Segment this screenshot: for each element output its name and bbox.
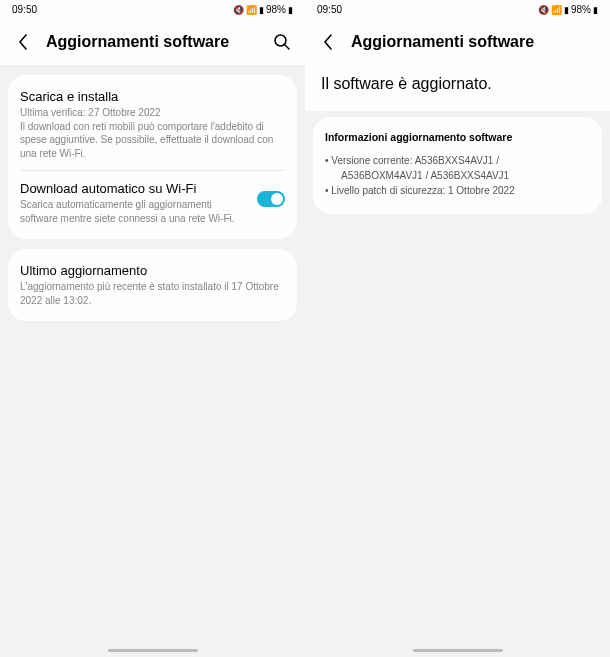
svg-point-0 [275, 35, 286, 46]
header: Aggiornamenti software [0, 17, 305, 65]
wifi-icon: 📶 [551, 5, 562, 15]
info-version-1: • Versione corrente: A536BXXS4AVJ1 / [325, 153, 590, 168]
last-update-title: Ultimo aggiornamento [20, 263, 285, 278]
mute-icon: 🔇 [233, 5, 244, 15]
auto-download-toggle[interactable] [257, 191, 285, 207]
page-title: Aggiornamenti software [46, 33, 259, 51]
wifi-icon: 📶 [246, 5, 257, 15]
battery-pct: 98% [571, 4, 591, 15]
download-install-item[interactable]: Scarica e installa Ultima verifica: 27 O… [20, 89, 285, 171]
back-icon[interactable] [319, 33, 337, 51]
search-icon[interactable] [273, 33, 291, 51]
download-desc: Il download con reti mobili può comporta… [20, 120, 285, 161]
header: Aggiornamenti software [305, 17, 610, 65]
last-update-desc: L'aggiornamento più recente è stato inst… [20, 280, 285, 307]
auto-download-desc: Scarica automaticamente gli aggiornament… [20, 198, 247, 225]
mute-icon: 🔇 [538, 5, 549, 15]
nav-pill[interactable] [413, 649, 503, 652]
status-time: 09:50 [12, 4, 37, 15]
download-lastcheck: Ultima verifica: 27 Ottobre 2022 [20, 106, 285, 120]
status-icons: 🔇 📶 ▮ 98% ▮ [233, 4, 293, 15]
status-icons: 🔇 📶 ▮ 98% ▮ [538, 4, 598, 15]
update-status-message: Il software è aggiornato. [305, 65, 610, 111]
info-version-2: A536BOXM4AVJ1 / A536BXXS4AVJ1 [325, 168, 590, 183]
battery-pct: 98% [266, 4, 286, 15]
battery-icon: ▮ [288, 5, 293, 15]
svg-line-1 [285, 45, 289, 49]
nav-pill[interactable] [108, 649, 198, 652]
settings-card: Scarica e installa Ultima verifica: 27 O… [8, 75, 297, 239]
signal-icon: ▮ [564, 5, 569, 15]
status-time: 09:50 [317, 4, 342, 15]
info-patch: • Livello patch di sicurezza: 1 Ottobre … [325, 183, 590, 198]
auto-download-title: Download automatico su Wi-Fi [20, 181, 247, 196]
back-icon[interactable] [14, 33, 32, 51]
battery-icon: ▮ [593, 5, 598, 15]
page-title: Aggiornamenti software [351, 33, 596, 51]
status-bar: 09:50 🔇 📶 ▮ 98% ▮ [305, 0, 610, 17]
info-card: Informazioni aggiornamento software • Ve… [313, 117, 602, 214]
download-title: Scarica e installa [20, 89, 285, 104]
auto-download-item[interactable]: Download automatico su Wi-Fi Scarica aut… [20, 181, 285, 225]
last-update-card[interactable]: Ultimo aggiornamento L'aggiornamento più… [8, 249, 297, 321]
status-bar: 09:50 🔇 📶 ▮ 98% ▮ [0, 0, 305, 17]
signal-icon: ▮ [259, 5, 264, 15]
info-heading: Informazioni aggiornamento software [325, 131, 590, 143]
